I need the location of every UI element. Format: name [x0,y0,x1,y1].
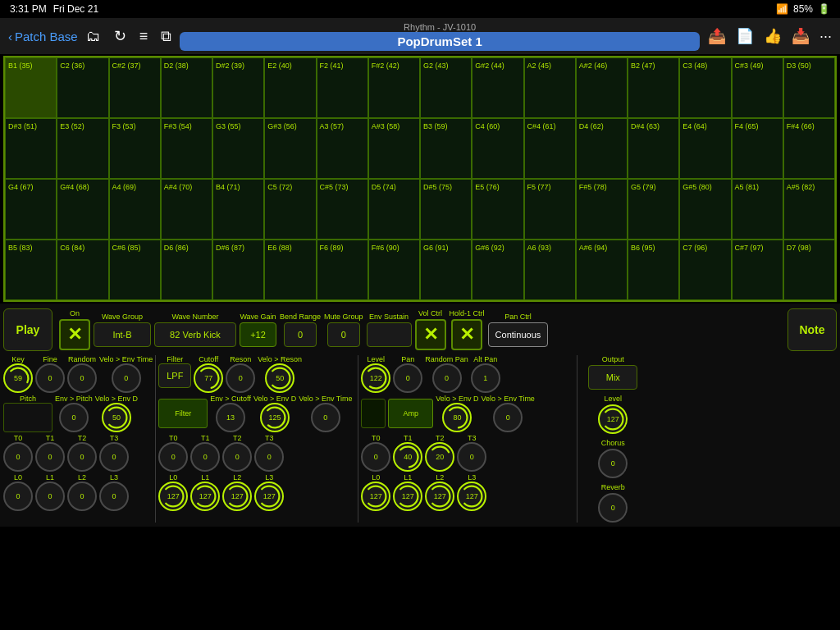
filter-t0-knob[interactable]: 0 [158,442,188,472]
share-icon[interactable]: 📥 [792,27,810,45]
piano-key[interactable]: G6 (91) [420,240,472,300]
velo-env-d2-knob[interactable]: 125 [260,403,290,432]
piano-key[interactable]: C7 (96) [679,240,731,300]
piano-key[interactable]: F3 (53) [109,118,161,179]
wave-gain-value[interactable]: +12 [240,322,276,347]
filter-type[interactable]: LPF [158,363,191,388]
cutoff-knob[interactable]: 77 [194,363,223,393]
wave-number-value[interactable]: 82 Verb Kick [154,322,236,347]
env-pitch-knob[interactable]: 0 [59,403,89,432]
env-sustain-value[interactable] [367,322,412,347]
piano-key[interactable]: F#4 (66) [783,118,835,179]
piano-key[interactable]: C6 (84) [57,240,108,300]
mute-group-value[interactable]: 0 [327,322,360,347]
filter-l1-knob[interactable]: 127 [190,482,220,511]
amp-l0-knob[interactable]: 127 [361,482,390,511]
alt-pan-knob[interactable]: 1 [471,363,500,393]
piano-key[interactable]: F4 (65) [732,118,783,179]
piano-key[interactable]: D#5 (75) [420,179,472,240]
note-button[interactable]: Note [788,308,837,351]
filter-t3-knob[interactable]: 0 [254,442,284,472]
amp-t0-knob[interactable]: 0 [361,442,390,472]
on-x-button[interactable]: ✕ [59,319,90,350]
vol-ctrl-button[interactable]: ✕ [415,319,446,350]
pitch-t1-knob[interactable]: 0 [35,442,65,472]
piano-key[interactable]: F#3 (54) [161,118,212,179]
send-icon[interactable]: 📤 [708,27,726,45]
piano-key[interactable]: E3 (52) [57,118,108,179]
piano-key[interactable]: A2 (45) [524,57,576,118]
patch-name[interactable]: PopDrumSet 1 [180,32,700,51]
velo-env-time-knob[interactable]: 0 [112,363,141,393]
amp-l3-knob[interactable]: 127 [457,482,486,511]
piano-key[interactable]: E6 (88) [264,240,316,300]
piano-key[interactable]: F#2 (42) [368,57,420,118]
doc-icon[interactable]: 📄 [736,27,754,45]
random-knob[interactable]: 0 [67,363,97,393]
wave-group-value[interactable]: Int-B [94,322,151,347]
filter-t2-knob[interactable]: 0 [222,442,252,472]
piano-key[interactable]: D#2 (39) [212,57,264,118]
piano-key[interactable]: G4 (67) [5,179,57,240]
hold1-ctrl-button[interactable]: ✕ [451,319,482,350]
reson-knob[interactable]: 0 [226,363,255,393]
filter-l2-knob[interactable]: 127 [222,482,252,511]
key-knob[interactable]: 59 [3,363,33,393]
piano-key[interactable]: D6 (86) [161,240,212,300]
piano-key[interactable]: C3 (48) [679,57,731,118]
piano-key[interactable]: G5 (79) [628,179,679,240]
piano-key[interactable]: G#2 (44) [472,57,523,118]
piano-key[interactable]: G#3 (56) [264,118,316,179]
piano-key[interactable]: E2 (40) [264,57,316,118]
level-knob[interactable]: 122 [361,363,390,393]
pitch-l1-knob[interactable]: 0 [35,482,65,511]
piano-key[interactable]: C#2 (37) [109,57,161,118]
piano-key[interactable]: G#4 (68) [57,179,108,240]
piano-key[interactable]: B5 (83) [5,240,57,300]
piano-key[interactable]: C5 (72) [264,179,316,240]
piano-key[interactable]: A6 (93) [524,240,576,300]
piano-key[interactable]: D7 (98) [783,240,835,300]
velo-env-time3-knob[interactable]: 0 [493,403,523,432]
piano-key[interactable]: E4 (64) [679,118,731,179]
piano-key[interactable]: B2 (47) [628,57,679,118]
piano-key[interactable]: D#3 (51) [5,118,57,179]
piano-key[interactable]: A#5 (82) [783,179,835,240]
copy-icon[interactable]: ⧉ [161,28,171,45]
piano-key[interactable]: A#6 (94) [576,240,628,300]
piano-key[interactable]: D#6 (87) [212,240,264,300]
amp-t1-knob[interactable]: 40 [393,442,422,472]
piano-key[interactable]: G2 (43) [420,57,472,118]
pitch-l0-knob[interactable]: 0 [3,482,33,511]
filter-l0-knob[interactable]: 127 [158,482,188,511]
amp-t3-knob[interactable]: 0 [457,442,486,472]
play-button[interactable]: Play [3,308,52,351]
piano-key[interactable]: D2 (38) [161,57,212,118]
piano-key[interactable]: C2 (36) [57,57,108,118]
piano-key[interactable]: C#4 (61) [524,118,576,179]
velo-reson-knob[interactable]: 50 [265,363,294,393]
piano-key[interactable]: C4 (60) [472,118,523,179]
piano-key[interactable]: G#6 (92) [472,240,523,300]
folder-icon[interactable]: 🗂 [86,28,101,45]
piano-key[interactable]: A#4 (70) [161,179,212,240]
velo-env-time2-knob[interactable]: 0 [311,403,340,432]
amp-t2-knob[interactable]: 20 [425,442,454,472]
pitch-t3-knob[interactable]: 0 [99,442,129,472]
pitch-l3-knob[interactable]: 0 [99,482,129,511]
piano-key[interactable]: A4 (69) [109,179,161,240]
thumbs-up-icon[interactable]: 👍 [764,27,782,45]
piano-key[interactable]: G3 (55) [212,118,264,179]
continuous-button[interactable]: Continuous [488,322,549,347]
piano-key[interactable]: F2 (41) [317,57,368,118]
output-value[interactable]: Mix [588,365,637,390]
piano-key[interactable]: D3 (50) [783,57,835,118]
pitch-l2-knob[interactable]: 0 [67,482,97,511]
back-button[interactable]: ‹ Patch Base [8,30,78,43]
piano-key[interactable]: D5 (74) [368,179,420,240]
env-cutoff-knob[interactable]: 13 [216,403,245,432]
amp-l2-knob[interactable]: 127 [425,482,454,511]
refresh-icon[interactable]: ↻ [114,27,126,45]
piano-key[interactable]: B6 (95) [628,240,679,300]
reverb-knob[interactable]: 0 [598,493,628,523]
